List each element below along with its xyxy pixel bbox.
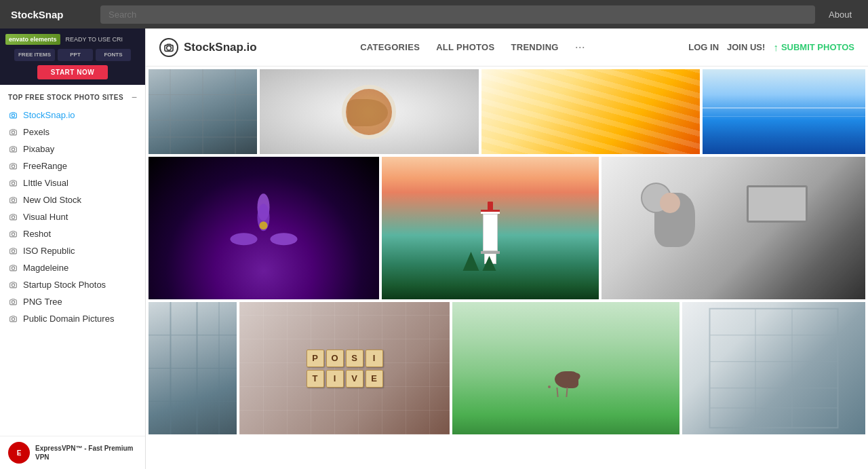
svg-point-3 bbox=[12, 165, 14, 168]
ad-item-ppt[interactable]: PPT bbox=[58, 49, 93, 61]
svg-point-7 bbox=[12, 233, 14, 236]
photo-building3[interactable] bbox=[682, 302, 865, 434]
sidebar-item-label-pixabay: Pixabay bbox=[23, 144, 54, 154]
photo-ocean[interactable] bbox=[703, 69, 865, 154]
camera-icon-public-domain bbox=[8, 314, 18, 324]
login-button[interactable]: LOG IN bbox=[688, 42, 719, 52]
browser-bar: StockSnap About bbox=[0, 0, 868, 29]
stocksnap-header: StockSnap.io CATEGORIES ALL PHOTOS TREND… bbox=[146, 29, 868, 67]
photo-lighthouse[interactable] bbox=[382, 157, 599, 299]
sidebar-item-label-png-tree: PNG Tree bbox=[23, 297, 62, 307]
join-button[interactable]: JOIN US! bbox=[727, 42, 765, 52]
camera-icon-pexels bbox=[8, 128, 18, 137]
stocksnap-logo-icon bbox=[159, 38, 178, 57]
header-nav: CATEGORIES ALL PHOTOS TRENDING ··· bbox=[360, 40, 585, 54]
photo-food[interactable] bbox=[260, 69, 479, 154]
camera-icon-new-old-stock bbox=[8, 195, 18, 205]
sidebar-item-label-magdeleine: Magdeleine bbox=[23, 263, 68, 273]
sidebar-item-iso-republic[interactable]: ISO Republic bbox=[0, 242, 145, 259]
svg-point-4 bbox=[12, 182, 14, 185]
camera-icon-iso bbox=[8, 246, 18, 256]
camera-icon-startup bbox=[8, 280, 18, 290]
sidebar-item-magdeleine[interactable]: Magdeleine bbox=[0, 259, 145, 276]
sidebar-bottom-ad[interactable]: E ExpressVPN™ - Fast Premium VPN bbox=[0, 436, 146, 469]
svg-point-0 bbox=[12, 114, 14, 117]
submit-photos-button[interactable]: ↑ SUBMIT PHOTOS bbox=[773, 41, 854, 53]
browser-search-input[interactable] bbox=[100, 5, 815, 24]
sidebar-item-startup-stock[interactable]: Startup Stock Photos bbox=[0, 276, 145, 293]
photo-bird[interactable] bbox=[452, 302, 679, 434]
svg-point-2 bbox=[12, 148, 14, 151]
svg-point-12 bbox=[12, 318, 14, 320]
nav-more-button[interactable]: ··· bbox=[575, 40, 585, 54]
sidebar-item-pexels[interactable]: Pexels bbox=[0, 124, 145, 140]
sidebar-item-png-tree[interactable]: PNG Tree bbox=[0, 293, 145, 310]
sidebar-item-little-visual[interactable]: LIttle Visual bbox=[0, 174, 145, 191]
sidebar-item-stocksnap[interactable]: StockSnap.io bbox=[0, 107, 145, 124]
sidebar-item-reshot[interactable]: Reshot bbox=[0, 225, 145, 242]
sidebar-item-label-freerange: FreeRange bbox=[23, 161, 67, 171]
browser-about-link[interactable]: About bbox=[823, 7, 857, 22]
ad-banner: envato elements READY TO USE CRI FREE IT… bbox=[0, 29, 145, 85]
sidebar-item-label-startup: Startup Stock Photos bbox=[23, 280, 106, 290]
nav-trending[interactable]: TRENDING bbox=[511, 42, 558, 52]
submit-label: SUBMIT PHOTOS bbox=[781, 42, 854, 52]
nav-categories[interactable]: CATEGORIES bbox=[360, 42, 420, 52]
sidebar-item-public-domain[interactable]: Public Domain Pictures bbox=[0, 310, 145, 327]
envato-logo: envato elements bbox=[5, 34, 60, 45]
ad-item-fonts[interactable]: FONTS bbox=[96, 49, 131, 61]
stocksnap-logo-text: StockSnap.io bbox=[184, 41, 257, 54]
sidebar-section-header: TOP FREE STOCK PHOTO SITES − bbox=[0, 85, 145, 107]
sidebar: envato elements READY TO USE CRI FREE IT… bbox=[0, 29, 146, 469]
sidebar-item-freerange[interactable]: FreeRange bbox=[0, 157, 145, 174]
svg-point-8 bbox=[12, 250, 14, 252]
svg-point-13 bbox=[167, 45, 172, 50]
express-vpn-icon: E bbox=[8, 442, 30, 464]
svg-point-5 bbox=[12, 199, 14, 202]
sidebar-item-label-visual-hunt: Visual Hunt bbox=[23, 212, 68, 222]
photo-row-2 bbox=[149, 157, 865, 299]
photo-row-3: P O S I T I V E bbox=[149, 302, 865, 434]
submit-icon: ↑ bbox=[773, 41, 778, 53]
express-vpn-text: ExpressVPN™ - Fast Premium VPN bbox=[35, 444, 138, 462]
photo-pencils[interactable] bbox=[481, 69, 701, 154]
camera-icon-png-tree bbox=[8, 297, 18, 307]
sidebar-item-new-old-stock[interactable]: New Old Stock bbox=[0, 191, 145, 208]
sidebar-item-label-little-visual: LIttle Visual bbox=[23, 178, 68, 188]
photo-grid-container: P O S I T I V E bbox=[146, 67, 868, 434]
sidebar-item-pixabay[interactable]: Pixabay bbox=[0, 140, 145, 157]
camera-icon-freerange bbox=[8, 162, 18, 171]
sidebar-item-label-public-domain: Public Domain Pictures bbox=[23, 314, 114, 324]
sidebar-section-title: TOP FREE STOCK PHOTO SITES bbox=[8, 94, 123, 101]
sidebar-item-visual-hunt[interactable]: Visual Hunt bbox=[0, 208, 145, 225]
camera-icon-visual-hunt bbox=[8, 212, 18, 222]
sidebar-item-label-pexels: Pexels bbox=[23, 127, 50, 137]
sidebar-item-label-iso: ISO Republic bbox=[23, 246, 75, 256]
header-nav-right: LOG IN JOIN US! ↑ SUBMIT PHOTOS bbox=[688, 41, 854, 53]
stocksnap-logo[interactable]: StockSnap.io bbox=[159, 38, 257, 57]
ad-item-free[interactable]: FREE ITEMS bbox=[14, 49, 55, 61]
svg-point-9 bbox=[12, 267, 14, 269]
main-content: StockSnap.io CATEGORIES ALL PHOTOS TREND… bbox=[146, 29, 868, 469]
camera-icon-little-visual bbox=[8, 179, 18, 188]
svg-point-1 bbox=[12, 131, 14, 134]
photo-scrabble[interactable]: P O S I T I V E bbox=[239, 302, 450, 434]
photo-building2[interactable] bbox=[149, 302, 237, 434]
svg-point-6 bbox=[12, 216, 14, 219]
svg-rect-26 bbox=[710, 309, 838, 428]
camera-icon-magdeleine bbox=[8, 263, 18, 273]
svg-point-10 bbox=[12, 284, 14, 286]
sidebar-item-label-stocksnap: StockSnap.io bbox=[23, 110, 75, 120]
start-now-button[interactable]: START NOW bbox=[37, 65, 108, 79]
sidebar-collapse-button[interactable]: − bbox=[132, 92, 137, 102]
photo-row-1 bbox=[149, 69, 865, 154]
nav-all-photos[interactable]: ALL PHOTOS bbox=[436, 42, 494, 52]
photo-building1[interactable] bbox=[149, 69, 257, 154]
photo-man-laptop[interactable] bbox=[601, 157, 865, 299]
photo-flower[interactable] bbox=[149, 157, 379, 299]
browser-title: StockSnap bbox=[11, 9, 92, 20]
sidebar-item-label-new-old-stock: New Old Stock bbox=[23, 195, 81, 205]
camera-icon bbox=[8, 111, 18, 120]
ad-tagline: READY TO USE CRI bbox=[66, 36, 123, 43]
sidebar-item-label-reshot: Reshot bbox=[23, 229, 51, 239]
